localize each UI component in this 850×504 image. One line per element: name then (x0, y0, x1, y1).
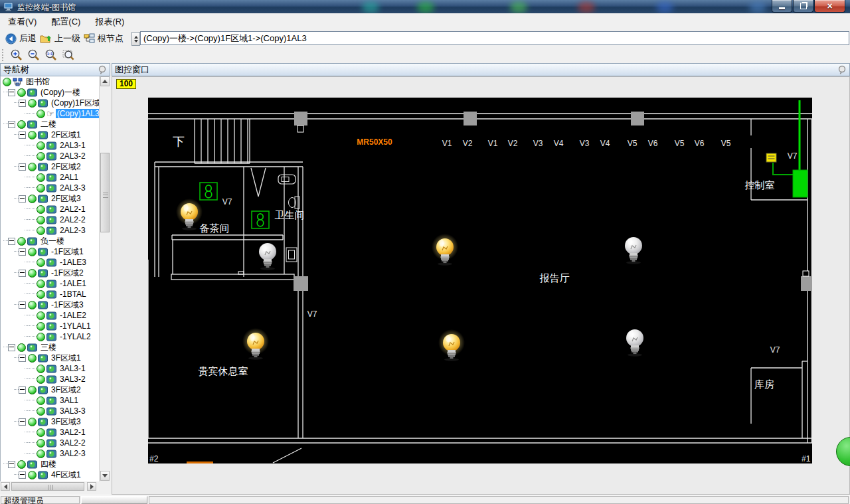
zoom-out-button[interactable] (25, 48, 42, 62)
tree-item-3AL3-1[interactable]: 3AL3-1 (1, 363, 109, 374)
expand-collapse-box[interactable] (19, 471, 26, 479)
tree-item--1BTAL[interactable]: -1BTAL (1, 289, 109, 299)
expand-collapse-box[interactable] (8, 461, 15, 468)
zoom-one-to-one-button[interactable]: 1:1 (42, 48, 60, 62)
scroll-down-button[interactable] (100, 471, 110, 481)
tree-item-图书馆[interactable]: 图书馆 (1, 76, 109, 87)
nav-tree-horizontal-scrollbar[interactable] (0, 481, 110, 491)
tree-item-四楼[interactable]: 四楼 (1, 459, 109, 469)
light-bulb-off[interactable] (626, 329, 643, 357)
tree-item-2AL2-2[interactable]: 2AL2-2 (1, 214, 109, 225)
menu-item-view[interactable]: 查看(V) (1, 14, 43, 30)
close-button[interactable]: × (814, 0, 845, 13)
tree-item-label: (Copy)1AL3 (56, 109, 101, 118)
expand-collapse-box[interactable] (19, 195, 26, 203)
minimize-button[interactable] (772, 0, 792, 13)
tree-item-label: 3AL2-2 (58, 438, 87, 448)
tree-item--1ALE3[interactable]: -1ALE3 (1, 257, 109, 268)
tree-item-2F区域2[interactable]: 2F区域2 (1, 161, 109, 172)
nav-tree[interactable]: 图书馆(Copy)一楼(Copy)1F区域1☞(Copy)1AL3二楼2F区域1… (0, 76, 110, 481)
tree-item-4F区域1[interactable]: 4F区域1 (1, 469, 109, 480)
expand-collapse-box[interactable] (8, 89, 15, 96)
tree-item-2F区域1[interactable]: 2F区域1 (1, 129, 109, 140)
panel-magnifier-icon[interactable] (837, 65, 847, 75)
expand-collapse-box[interactable] (19, 131, 26, 139)
expand-collapse-box[interactable] (19, 418, 26, 426)
tree-item-3F区域2[interactable]: 3F区域2 (1, 384, 109, 395)
expand-collapse-box[interactable] (19, 100, 26, 107)
expand-collapse-box[interactable] (19, 248, 26, 256)
tree-item-3AL3-2[interactable]: 3AL3-2 (1, 374, 109, 384)
tree-item-2AL2-1[interactable]: 2AL2-1 (1, 204, 109, 214)
tree-item-3AL2-1[interactable]: 3AL2-1 (1, 427, 109, 438)
light-bulb-off[interactable] (259, 243, 276, 270)
floor-plan-canvas[interactable]: V1V2V1V2V3V4V3V4V5V6V5V6V5下MR50X50V7V7V7… (148, 98, 812, 463)
tree-item--1F区域1[interactable]: -1F区域1 (1, 246, 109, 257)
tree-item--1F区域3[interactable]: -1F区域3 (1, 299, 109, 310)
light-bulb-on[interactable] (242, 328, 269, 360)
expand-collapse-box[interactable] (19, 301, 26, 309)
tree-item-2AL3-2[interactable]: 2AL3-2 (1, 151, 109, 161)
tree-item-三楼[interactable]: 三楼 (1, 342, 109, 353)
hand-pointer-icon: ☞ (46, 110, 54, 118)
tree-item-负一楼[interactable]: 负一楼 (1, 236, 109, 246)
tree-item-label: 2AL3-2 (58, 151, 87, 161)
tree-item-2AL3-3[interactable]: 2AL3-3 (1, 183, 109, 193)
scroll-left-button[interactable] (1, 482, 10, 491)
scroll-right-button[interactable] (87, 482, 96, 491)
tree-item-label: 3AL3-3 (58, 406, 87, 416)
scroll-up-button[interactable] (100, 76, 110, 86)
tree-item--1ALE1[interactable]: -1ALE1 (1, 278, 109, 289)
zoom-percent-badge: 100 (116, 79, 136, 89)
tree-item-(Copy)一楼[interactable]: (Copy)一楼 (1, 87, 109, 98)
device-icon (46, 311, 56, 320)
light-bulb-on[interactable] (432, 234, 458, 266)
device-icon (46, 428, 56, 437)
expand-collapse-box[interactable] (8, 121, 15, 128)
tree-item-3AL1[interactable]: 3AL1 (1, 395, 109, 406)
up-level-button[interactable]: 上一级 (37, 31, 83, 46)
tree-item--1YLAL2[interactable]: -1YLAL2 (1, 331, 109, 342)
tree-item-3AL3-3[interactable]: 3AL3-3 (1, 406, 109, 416)
path-input[interactable] (140, 31, 849, 45)
light-bulb-on[interactable] (176, 199, 203, 230)
expand-collapse-box[interactable] (19, 355, 26, 362)
scroll-thumb[interactable] (11, 482, 84, 491)
expand-collapse-box[interactable] (19, 386, 26, 394)
toolbar-grip[interactable] (2, 49, 5, 61)
tree-item--1YLAL1[interactable]: -1YLAL1 (1, 321, 109, 331)
tree-item-二楼[interactable]: 二楼 (1, 119, 109, 129)
tree-item-3F区域3[interactable]: 3F区域3 (1, 416, 109, 427)
scroll-thumb[interactable] (100, 153, 110, 232)
zoom-in-button[interactable] (8, 48, 25, 62)
menu-item-config[interactable]: 配置(C) (44, 14, 87, 30)
tree-item-(Copy)1AL3[interactable]: ☞(Copy)1AL3 (1, 108, 109, 119)
tree-item--1ALE2[interactable]: -1ALE2 (1, 310, 109, 321)
root-node-button[interactable]: 根节点 (81, 31, 126, 46)
tree-item-2AL3-1[interactable]: 2AL3-1 (1, 140, 109, 151)
device-icon (46, 439, 56, 448)
menu-item-report[interactable]: 报表(R) (88, 14, 131, 30)
path-dropdown-spinner[interactable] (131, 32, 140, 46)
expand-collapse-box[interactable] (8, 238, 15, 245)
panel-magnifier-icon[interactable] (98, 65, 107, 75)
tree-item-3AL2-3[interactable]: 3AL2-3 (1, 448, 109, 459)
sensor-icon[interactable] (252, 211, 269, 228)
sensor-icon[interactable] (200, 183, 217, 200)
tree-item-2AL2-3[interactable]: 2AL2-3 (1, 225, 109, 236)
tree-item-2AL1[interactable]: 2AL1 (1, 172, 109, 183)
expand-collapse-box[interactable] (8, 344, 15, 351)
tree-item-3F区域1[interactable]: 3F区域1 (1, 353, 109, 363)
expand-collapse-box[interactable] (19, 270, 26, 277)
light-bulb-on[interactable] (438, 329, 465, 361)
nav-tree-vertical-scrollbar[interactable] (99, 76, 110, 481)
restore-button[interactable] (793, 0, 813, 13)
light-bulb-off[interactable] (625, 237, 642, 264)
tree-item--1F区域2[interactable]: -1F区域2 (1, 268, 109, 278)
tree-item-2F区域3[interactable]: 2F区域3 (1, 193, 109, 204)
zoom-fit-button[interactable] (60, 48, 77, 62)
tree-item-(Copy)1F区域1[interactable]: (Copy)1F区域1 (1, 98, 109, 108)
back-button[interactable]: 后退 (3, 31, 39, 46)
expand-collapse-box[interactable] (19, 163, 26, 171)
tree-item-3AL2-2[interactable]: 3AL2-2 (1, 438, 109, 448)
